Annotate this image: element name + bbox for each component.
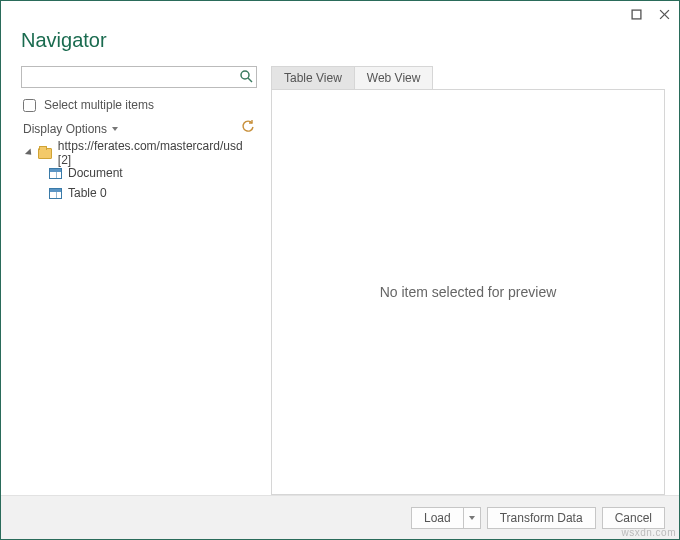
load-button[interactable]: Load — [411, 507, 481, 529]
search-input[interactable] — [21, 66, 257, 88]
content: Select multiple items Display Options ht… — [1, 66, 679, 495]
header: Navigator — [1, 27, 679, 66]
tab-web-view[interactable]: Web View — [354, 66, 434, 89]
expand-icon[interactable] — [25, 148, 34, 157]
tab-table-view[interactable]: Table View — [271, 66, 355, 89]
chevron-down-icon — [112, 127, 118, 131]
load-button-label: Load — [412, 508, 464, 528]
select-multiple-checkbox[interactable]: Select multiple items — [23, 98, 257, 112]
close-icon[interactable] — [657, 7, 671, 21]
tree-item-table0[interactable]: Table 0 — [21, 183, 257, 203]
svg-point-3 — [241, 71, 249, 79]
transform-data-button[interactable]: Transform Data — [487, 507, 596, 529]
display-options-label: Display Options — [23, 122, 107, 136]
right-pane: Table View Web View No item selected for… — [271, 66, 665, 495]
refresh-icon[interactable] — [241, 120, 255, 137]
svg-rect-0 — [632, 10, 641, 19]
svg-line-4 — [248, 78, 252, 82]
cancel-button[interactable]: Cancel — [602, 507, 665, 529]
watermark: wsxdn.com — [621, 527, 676, 538]
maximize-icon[interactable] — [629, 7, 643, 21]
tree-root[interactable]: https://ferates.com/mastercard/usd [2] — [21, 143, 257, 163]
display-options-button[interactable]: Display Options — [23, 122, 118, 136]
footer: Load Transform Data Cancel — [1, 495, 679, 539]
tree-item-label: Table 0 — [68, 186, 107, 200]
left-pane: Select multiple items Display Options ht… — [21, 66, 257, 495]
tree-root-label: https://ferates.com/mastercard/usd [2] — [58, 139, 257, 167]
preview-pane: No item selected for preview — [271, 89, 665, 495]
tree: https://ferates.com/mastercard/usd [2] D… — [21, 143, 257, 203]
search-wrap — [21, 66, 257, 88]
table-icon — [49, 168, 62, 179]
select-multiple-input[interactable] — [23, 99, 36, 112]
preview-empty-message: No item selected for preview — [380, 284, 557, 300]
tree-item-label: Document — [68, 166, 123, 180]
chevron-down-icon — [469, 516, 475, 520]
table-icon — [49, 188, 62, 199]
search-icon[interactable] — [239, 69, 253, 83]
folder-icon — [38, 148, 52, 159]
page-title: Navigator — [21, 29, 659, 52]
preview-tabs: Table View Web View — [271, 66, 665, 89]
load-dropdown[interactable] — [464, 516, 480, 520]
select-multiple-label: Select multiple items — [44, 98, 154, 112]
titlebar — [1, 1, 679, 27]
